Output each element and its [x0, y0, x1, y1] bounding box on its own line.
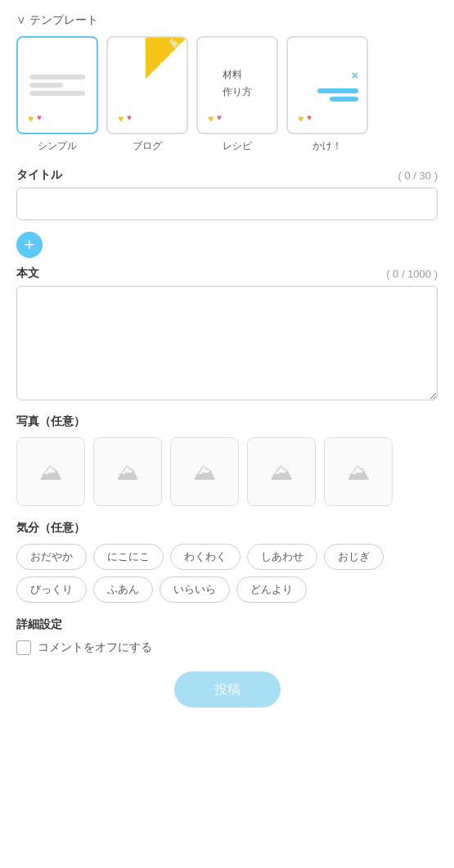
details-section: 詳細設定 コメントをオフにする	[16, 617, 438, 655]
mood-tag-6[interactable]: ふあん	[93, 576, 153, 603]
template-name-blog: ブログ	[133, 139, 162, 153]
photo-slot-3[interactable]: ⛰	[170, 437, 239, 506]
body-count: ( 0 / 1000 )	[386, 268, 438, 280]
photo-icon-3: ⛰	[193, 459, 216, 486]
photo-section: 写真（任意） ⛰ ⛰ ⛰ ⛰ ⛰	[16, 414, 438, 506]
heart-yellow-icon: ♥	[28, 113, 34, 124]
photo-slot-2[interactable]: ⛰	[93, 437, 162, 506]
mood-section: 気分（任意） おだやか にこにこ わくわく しあわせ おじぎ びっくり ふあん …	[16, 521, 438, 603]
mood-tag-3[interactable]: しあわせ	[247, 544, 317, 570]
template-item-blog[interactable]: NEW ♥ ♥ ブログ	[106, 36, 188, 153]
heart-red-icon4: ♥	[307, 113, 312, 124]
photo-label: 写真（任意）	[16, 414, 438, 429]
template-name-recipe: レシピ	[223, 139, 252, 153]
heart-red-icon3: ♥	[217, 113, 222, 124]
photo-icon-2: ⛰	[116, 459, 139, 486]
mood-label: 気分（任意）	[16, 521, 438, 536]
template-toggle[interactable]: ∨ テンプレート	[16, 13, 438, 28]
mood-tag-1[interactable]: にこにこ	[93, 544, 164, 570]
add-content-button[interactable]: +	[16, 232, 43, 258]
submit-button[interactable]: 投稿	[174, 671, 281, 708]
mood-tag-5[interactable]: びっくり	[16, 576, 87, 603]
submit-label: 投稿	[214, 682, 240, 696]
body-textarea[interactable]	[16, 286, 438, 400]
mood-tag-2[interactable]: わくわく	[170, 544, 240, 570]
title-input[interactable]	[16, 188, 438, 220]
recipe-line1: 材料	[223, 68, 252, 82]
title-label: タイトル	[16, 168, 62, 183]
photo-icon-4: ⛰	[270, 459, 293, 486]
kakegoe-bar1	[317, 88, 358, 93]
template-item-recipe[interactable]: 材料 作り方 ♥ ♥ レシピ	[196, 36, 278, 153]
mood-tags-container: おだやか にこにこ わくわく しあわせ おじぎ びっくり ふあん いらいら どん…	[16, 544, 438, 603]
comment-off-label: コメントをオフにする	[38, 640, 152, 655]
body-label: 本文	[16, 266, 39, 281]
template-item-kakegoe[interactable]: × ♥ ♥ かけ！	[286, 36, 368, 153]
new-badge-text: NEW	[168, 37, 186, 55]
template-item-simple[interactable]: ♥ ♥ シンプル	[16, 36, 98, 153]
template-name-kakegoe: かけ！	[312, 139, 342, 153]
kakegoe-bar2	[330, 97, 358, 102]
add-icon: +	[25, 236, 35, 254]
heart-red-icon2: ♥	[127, 113, 132, 124]
title-section: タイトル ( 0 / 30 )	[16, 168, 438, 220]
template-name-simple: シンプル	[38, 139, 77, 153]
template-grid: ♥ ♥ シンプル NEW ♥ ♥ ブログ 材料 作り方 ♥ ♥	[16, 36, 438, 153]
mood-tag-8[interactable]: どんより	[236, 576, 307, 603]
photo-icon-1: ⛰	[39, 459, 62, 486]
heart-yellow-icon2: ♥	[118, 113, 124, 124]
comment-off-checkbox[interactable]	[16, 640, 31, 655]
photo-slot-4[interactable]: ⛰	[247, 437, 316, 506]
body-section: 本文 ( 0 / 1000 )	[16, 266, 438, 403]
mood-tag-4[interactable]: おじぎ	[324, 544, 384, 570]
heart-yellow-icon4: ♥	[298, 113, 303, 124]
heart-yellow-icon3: ♥	[208, 113, 214, 124]
recipe-line2: 作り方	[223, 85, 252, 99]
photo-slot-1[interactable]: ⛰	[16, 437, 85, 506]
mood-tag-0[interactable]: おだやか	[16, 544, 87, 570]
photo-slot-5[interactable]: ⛰	[324, 437, 393, 506]
details-label: 詳細設定	[16, 617, 438, 632]
title-count: ( 0 / 30 )	[398, 170, 438, 182]
photo-icon-5: ⛰	[347, 459, 370, 486]
heart-red-icon: ♥	[37, 113, 42, 124]
kakegoe-x-icon: ×	[352, 69, 358, 82]
mood-tag-7[interactable]: いらいら	[160, 576, 230, 603]
